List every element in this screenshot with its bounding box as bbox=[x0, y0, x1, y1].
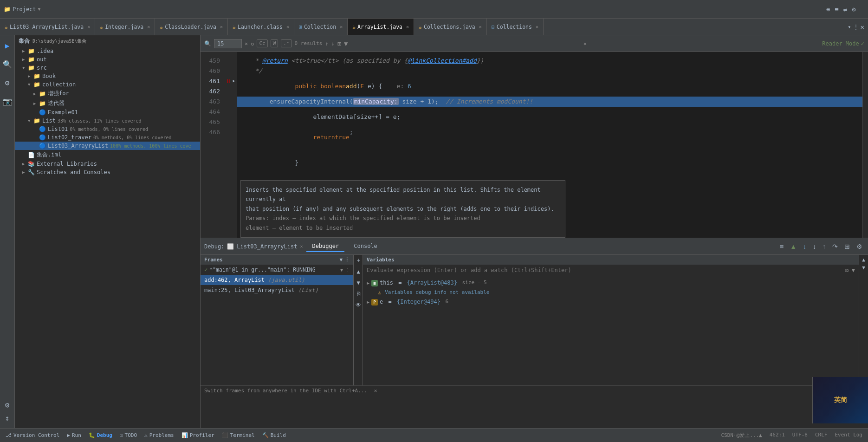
regex-btn[interactable]: .* bbox=[281, 39, 291, 47]
settings-sidebar-icon[interactable]: ⚙ bbox=[1, 76, 14, 89]
nav-icon-1[interactable]: ⊕ bbox=[826, 6, 830, 13]
camera-icon[interactable]: 📷 bbox=[1, 95, 14, 108]
tree-item-scratches[interactable]: ▶ 🔧 Scratches and Consoles bbox=[15, 168, 200, 176]
tab-close[interactable]: ✕ bbox=[87, 24, 90, 29]
expand-icon[interactable]: ↕ bbox=[1, 411, 14, 424]
tree-item-collection[interactable]: ▼ 📁 collection bbox=[15, 80, 200, 89]
frames-filter-icon[interactable]: ▼ bbox=[339, 257, 343, 263]
tab-list03[interactable]: ☕ List03_ArrayryList.java ✕ bbox=[0, 19, 95, 35]
prev-result-icon[interactable]: ↑ bbox=[325, 40, 328, 47]
tree-item-list01[interactable]: ▶ 🔵 List01 0% methods, 0% lines covered bbox=[15, 125, 200, 133]
line-ending-label[interactable]: CRLF bbox=[815, 432, 828, 439]
step-into-btn[interactable]: ↓ bbox=[811, 242, 818, 251]
add-watch-icon[interactable]: + bbox=[355, 257, 362, 264]
nav-icon-2[interactable]: ≡ bbox=[835, 6, 838, 13]
settings-icon[interactable]: ⚙ bbox=[852, 6, 855, 13]
case-btn[interactable]: Cc bbox=[257, 39, 267, 47]
tree-item-iterator[interactable]: ▶ 📁 迭代器 bbox=[15, 98, 200, 108]
tab-close-all-icon[interactable]: ✕ bbox=[861, 23, 864, 31]
csdn-label[interactable]: CSDN·@爱上...▲ bbox=[721, 432, 762, 439]
tab-arraylist[interactable]: ☕ ArrayList.java ✕ bbox=[348, 19, 414, 35]
close-search-icon[interactable]: ✕ bbox=[245, 40, 248, 47]
step-over-btn[interactable]: ↓ bbox=[801, 242, 808, 251]
evaluate-btn[interactable]: ⊞ bbox=[842, 242, 852, 251]
gear-icon[interactable]: ⚙ bbox=[1, 398, 14, 411]
filter-icon-2[interactable]: ▼ bbox=[344, 40, 348, 47]
frame-item-add[interactable]: add:462, ArrayList (java.util) bbox=[201, 275, 353, 285]
copy-icon[interactable]: ⎘ bbox=[355, 290, 362, 298]
event-log-label[interactable]: Event Log bbox=[835, 432, 862, 439]
tree-item-ext-libs[interactable]: ▶ 📚 External Libraries bbox=[15, 160, 200, 168]
tab-close[interactable]: ✕ bbox=[406, 24, 409, 29]
tab-collection[interactable]: ⊞ Collection ✕ bbox=[294, 19, 348, 35]
scroll-down-icon[interactable]: ▼ bbox=[862, 265, 865, 271]
tree-item-list02[interactable]: ▶ 🔵 List02_traver 0% methods, 0% lines c… bbox=[15, 133, 200, 142]
show-frames-btn[interactable]: ≡ bbox=[778, 242, 785, 251]
tab-integer[interactable]: ☕ Integer.java ✕ bbox=[95, 19, 155, 35]
tree-item-example01[interactable]: ▶ 🔵 Example01 bbox=[15, 108, 200, 117]
close-search[interactable]: ✕ bbox=[583, 40, 587, 47]
tree-item-src[interactable]: ▼ 📁 src bbox=[15, 64, 200, 72]
encoding-label[interactable]: UTF-8 bbox=[792, 432, 808, 439]
filter-icon[interactable]: ⊞ bbox=[337, 40, 341, 47]
var-item-e[interactable]: ▶ P e = {Integer@494} 6 bbox=[363, 297, 859, 307]
tab-close[interactable]: ✕ bbox=[340, 24, 343, 29]
dismiss-status-icon[interactable]: ✕ bbox=[374, 388, 377, 394]
var-expand-icon[interactable]: ▶ bbox=[367, 299, 369, 305]
project-dropdown-icon[interactable]: ▼ bbox=[38, 6, 41, 12]
tab-close[interactable]: ✕ bbox=[536, 24, 538, 29]
tab-more-icon[interactable]: ⋮ bbox=[853, 24, 859, 30]
tree-item-idea[interactable]: ▶ 📁 .idea bbox=[15, 47, 200, 55]
step-out-btn[interactable]: ↑ bbox=[821, 242, 828, 251]
tab-classloader[interactable]: ☕ ClassLoader.java ✕ bbox=[155, 19, 228, 35]
next-result-icon[interactable]: ↓ bbox=[331, 40, 334, 47]
debug-close-icon[interactable]: ✕ bbox=[300, 244, 303, 249]
nav-icon-3[interactable]: ⇌ bbox=[843, 6, 847, 13]
var-expand-icon[interactable]: ▶ bbox=[367, 280, 369, 286]
run-to-cursor-btn[interactable]: ↷ bbox=[830, 242, 840, 251]
tree-item-list[interactable]: ▼ 📁 List 33% classes, 11% lines covered bbox=[15, 117, 200, 125]
status-profiler[interactable]: 📊 Profiler bbox=[181, 432, 214, 438]
tab-overflow-icon[interactable]: ▾ bbox=[848, 24, 851, 30]
frames-more-icon[interactable]: ⋮ bbox=[344, 257, 350, 263]
thread-filter-icon[interactable]: ▼ bbox=[340, 267, 343, 273]
debug-tab-console[interactable]: Console bbox=[348, 241, 383, 252]
tab-launcher[interactable]: ☕ Launcher.class ✕ bbox=[228, 19, 294, 35]
tab-overflow[interactable]: ▾ ⋮ ✕ bbox=[844, 23, 868, 31]
tab-collections-java[interactable]: ☕ Collections.java ✕ bbox=[414, 19, 487, 35]
right-scroll-bar[interactable] bbox=[862, 52, 868, 238]
evaluate-input[interactable] bbox=[367, 267, 842, 273]
status-run[interactable]: ▶ Run bbox=[67, 432, 81, 438]
reader-mode[interactable]: Reader Mode ✓ bbox=[822, 40, 864, 47]
tab-close[interactable]: ✕ bbox=[286, 24, 289, 29]
tree-item-list03[interactable]: ▶ 🔵 List03_ArrayryList 100% methods, 100… bbox=[15, 142, 200, 150]
eye-icon[interactable]: 👁 bbox=[355, 301, 362, 309]
search-icon[interactable]: 🔍 bbox=[1, 58, 14, 71]
status-problems[interactable]: ⚠ Problems bbox=[144, 432, 174, 438]
resume-btn[interactable]: ▲ bbox=[788, 242, 798, 251]
frame-thread[interactable]: ✓ *"main"@1 in gr..."main": RUNNING ▼ ⋮ bbox=[201, 265, 353, 275]
debug-tab-debugger[interactable]: Debugger bbox=[306, 241, 344, 252]
status-debug[interactable]: 🐛 Debug bbox=[89, 432, 112, 438]
search-input[interactable] bbox=[214, 39, 242, 48]
tab-close[interactable]: ✕ bbox=[220, 24, 223, 29]
tab-collections[interactable]: ⊞ Collections ✕ bbox=[487, 19, 544, 35]
tab-close[interactable]: ✕ bbox=[479, 24, 482, 29]
code-content[interactable]: * @return <tt>true</tt> (as specified by… bbox=[237, 52, 862, 238]
status-todo[interactable]: ☑ TODO bbox=[120, 432, 137, 438]
refresh-icon[interactable]: ↻ bbox=[251, 40, 254, 47]
status-build[interactable]: 🔨 Build bbox=[262, 432, 286, 438]
scroll-down-icon[interactable]: ▼ bbox=[355, 279, 362, 286]
scroll-up-icon[interactable]: ▲ bbox=[862, 257, 865, 263]
frame-item-main[interactable]: main:25, List03_ArrayryList (List) bbox=[201, 285, 353, 295]
tree-item-out[interactable]: ▶ 📁 out bbox=[15, 55, 200, 64]
tree-item-enhance[interactable]: ▶ 📁 增强for bbox=[15, 89, 200, 98]
infinity-icon[interactable]: ∞ bbox=[845, 266, 849, 274]
thread-more-icon[interactable]: ⋮ bbox=[345, 267, 350, 273]
word-btn[interactable]: W bbox=[271, 39, 279, 47]
tree-item-iml[interactable]: ▶ 📄 集合.iml bbox=[15, 150, 200, 160]
dropdown-icon[interactable]: ▼ bbox=[852, 267, 855, 273]
minimize-icon[interactable]: — bbox=[861, 6, 864, 13]
status-terminal[interactable]: ⬛ Terminal bbox=[222, 432, 255, 438]
settings-debug-btn[interactable]: ⚙ bbox=[855, 242, 864, 251]
